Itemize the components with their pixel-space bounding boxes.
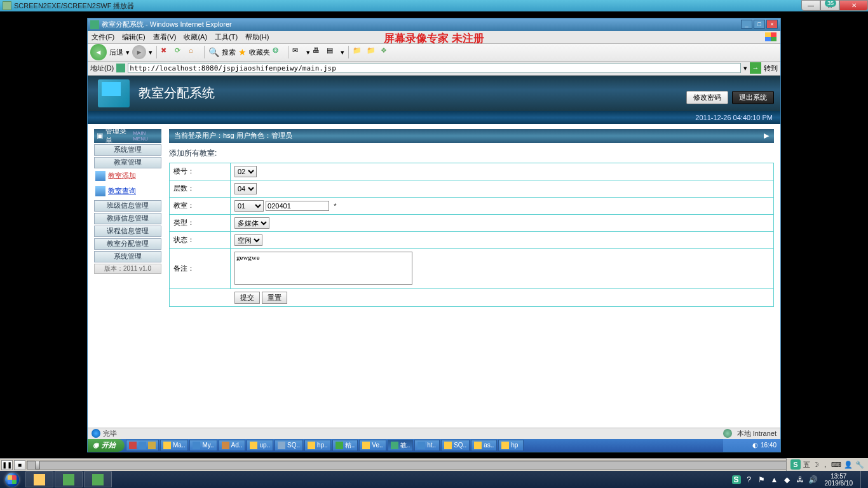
folder1-icon[interactable]: 📁 — [353, 46, 364, 58]
ie-minimize-button[interactable]: _ — [741, 20, 752, 29]
xp-task-12[interactable]: hp — [498, 440, 524, 451]
menu-edit[interactable]: 编辑(E) — [122, 32, 146, 42]
tray-flag-icon[interactable]: ⚑ — [757, 475, 766, 484]
tray-s-icon[interactable]: S — [732, 475, 741, 484]
seek-thumb[interactable] — [35, 461, 40, 470]
tray-shield-icon[interactable]: ◆ — [783, 475, 792, 484]
xp-task-0[interactable]: Ma.. — [160, 440, 188, 451]
url-input[interactable] — [128, 63, 741, 73]
xp-quicklaunch[interactable] — [126, 440, 159, 451]
history-icon[interactable]: ❂ — [273, 46, 284, 58]
sidebar-item-system2[interactable]: 系统管理 — [94, 251, 161, 262]
ime-user-icon[interactable]: 👤 — [844, 461, 853, 469]
search-label[interactable]: 搜索 — [222, 48, 236, 57]
reset-button[interactable]: 重置 — [262, 292, 287, 304]
favorites-icon[interactable]: ★ — [238, 47, 247, 57]
xp-tray[interactable]: ◐ 16:40 — [723, 439, 780, 452]
breadcrumb-arrow-icon[interactable]: ▶ — [764, 132, 769, 140]
type-select[interactable]: 多媒体 — [234, 217, 269, 229]
ime-mode[interactable]: 五 — [803, 460, 810, 470]
xp-task-5[interactable]: hp.. — [304, 440, 331, 451]
sidebar-item-class[interactable]: 班级信息管理 — [94, 200, 161, 212]
win7-start-button[interactable] — [0, 471, 24, 488]
menu-view[interactable]: 查看(V) — [153, 32, 177, 42]
sidebar-link-query[interactable]: 教室查询 — [94, 184, 161, 199]
tray-net-icon[interactable]: 🖧 — [796, 475, 804, 484]
tray-vol-icon[interactable]: 🔊 — [808, 475, 817, 484]
sidebar-item-assign[interactable]: 教室分配管理 — [94, 238, 161, 250]
links-icon[interactable]: ❖ — [381, 46, 392, 58]
ime-bar[interactable]: S 五 ☽ ， ⌨ 👤 🔧 — [786, 458, 868, 471]
back-button[interactable]: ◄ — [90, 44, 107, 60]
change-password-button[interactable]: 修改密码 — [686, 91, 728, 104]
logout-button[interactable]: 退出系统 — [732, 91, 774, 104]
sidebar-item-teacher[interactable]: 教师信息管理 — [94, 213, 161, 224]
stop-icon[interactable]: ✖ — [161, 46, 172, 58]
refresh-icon[interactable]: ⟳ — [175, 46, 186, 58]
building-select[interactable]: 02 — [234, 166, 257, 177]
back-label[interactable]: 后退 — [109, 48, 123, 57]
win7-clock[interactable]: 13:57 2019/6/10 — [821, 473, 857, 487]
status-select[interactable]: 空闲 — [234, 234, 262, 246]
xp-task-11[interactable]: as.. — [471, 440, 497, 451]
favorites-label[interactable]: 收藏夹 — [249, 48, 270, 57]
menu-favorites[interactable]: 收藏(A) — [184, 32, 207, 42]
mail-icon[interactable]: ✉ — [292, 46, 304, 58]
folder2-icon[interactable]: 📁 — [367, 46, 378, 58]
back-dropdown-icon[interactable]: ▾ — [126, 48, 130, 57]
home-icon[interactable]: ⌂ — [189, 46, 200, 58]
room-select[interactable]: 01 — [234, 200, 264, 212]
xp-task-6[interactable]: 精.. — [332, 440, 358, 451]
ime-s-icon[interactable]: S — [790, 459, 801, 470]
xp-task-10[interactable]: SQ.. — [441, 440, 470, 451]
ime-comma-icon[interactable]: ， — [822, 460, 829, 470]
ime-moon-icon[interactable]: ☽ — [813, 461, 819, 469]
show-desktop-button[interactable] — [860, 471, 865, 488]
submit-button[interactable]: 提交 — [234, 292, 260, 304]
forward-dropdown-icon[interactable]: ▾ — [149, 48, 153, 57]
globe-icon — [92, 429, 100, 438]
menu-help[interactable]: 帮助(H) — [245, 32, 269, 42]
search-icon[interactable]: 🔍 — [208, 47, 219, 57]
print-icon[interactable]: 🖶 — [313, 46, 324, 58]
menu-file[interactable]: 文件(F) — [92, 32, 114, 42]
tray-up-icon[interactable]: ▲ — [770, 475, 779, 484]
win7-task-explorer[interactable] — [25, 471, 53, 487]
xp-task-4[interactable]: SQ.. — [275, 440, 303, 451]
xp-task-1[interactable]: My.. — [189, 440, 217, 451]
menu-tools[interactable]: 工具(T) — [215, 32, 238, 42]
xp-task-2[interactable]: Ad.. — [219, 440, 246, 451]
sidebar-item-system[interactable]: 系统管理 — [94, 144, 161, 156]
url-dropdown-icon[interactable]: ▾ — [743, 64, 747, 72]
tray-help-icon[interactable]: ? — [745, 475, 754, 484]
xp-start-button[interactable]: ◉ 开始 — [88, 439, 125, 452]
xp-task-3[interactable]: up.. — [247, 440, 273, 451]
room-code-input[interactable] — [266, 201, 329, 211]
go-button[interactable]: → — [750, 62, 761, 74]
ie-window: 教室分配系统 - Windows Internet Explorer _ □ ×… — [87, 18, 781, 452]
go-label[interactable]: 转到 — [764, 64, 778, 73]
floor-select[interactable]: 04 — [234, 183, 257, 194]
sidebar-item-classroom[interactable]: 教室管理 — [94, 157, 161, 168]
page-icon — [116, 64, 125, 72]
sidebar-item-course[interactable]: 课程信息管理 — [94, 226, 161, 237]
ie-close-button[interactable]: × — [766, 20, 778, 29]
sidebar-link-add[interactable]: 教室添加 — [94, 168, 161, 184]
edit-icon[interactable]: ▤ — [327, 46, 338, 58]
player-seekbar[interactable] — [27, 461, 815, 470]
xp-task-8[interactable]: 教.. — [388, 440, 414, 451]
remark-textarea[interactable]: gewgwe — [234, 252, 412, 285]
ime-wrench-icon[interactable]: 🔧 — [855, 461, 864, 469]
player-close-button[interactable]: ✕ — [839, 0, 868, 11]
player-minimize-button[interactable]: — — [801, 0, 820, 11]
ime-keyboard-icon[interactable]: ⌨ — [831, 461, 841, 469]
ie-maximize-button[interactable]: □ — [754, 20, 765, 29]
win7-task-player1[interactable] — [55, 471, 83, 487]
xp-task-9[interactable]: ht.. — [414, 440, 440, 451]
win7-task-player2[interactable] — [84, 471, 112, 487]
player-stop-button[interactable]: ■ — [14, 460, 25, 470]
xp-tray-icon[interactable]: ◐ — [752, 442, 758, 449]
xp-task-7[interactable]: Ve.. — [359, 440, 386, 451]
forward-button[interactable]: ► — [132, 45, 146, 59]
player-pause-button[interactable]: ❚❚ — [1, 460, 13, 470]
